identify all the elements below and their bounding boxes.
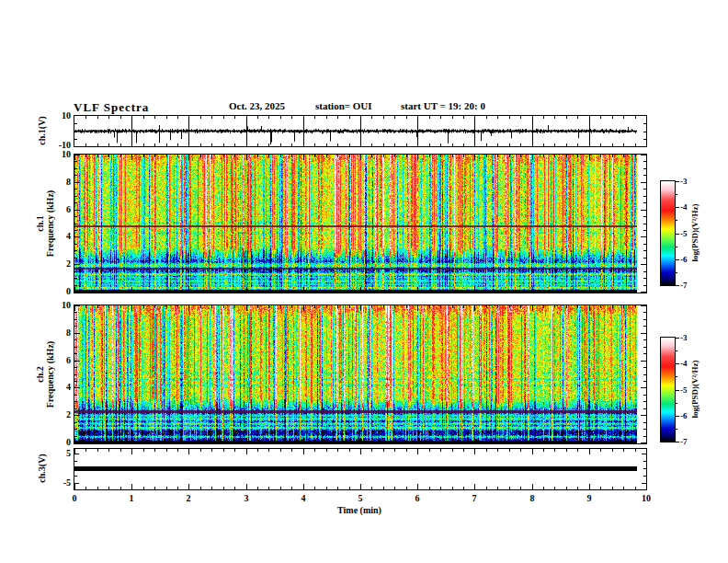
ch2-frequency-axis-label: ch.2 Frequency (kHz) <box>35 305 55 443</box>
colorbar-ch2-gradient <box>661 338 675 442</box>
ch1-waveform-plot <box>74 116 637 146</box>
ch2-spectrogram-plot <box>74 305 637 443</box>
colorbar-ch1 <box>660 180 676 286</box>
ch2-spectrogram-panel <box>74 304 647 444</box>
tick-label: 0 <box>56 493 93 504</box>
tick-label: 4 <box>38 231 71 242</box>
tick-label: 3 <box>228 493 265 504</box>
tick-label: 10 <box>38 110 71 121</box>
tick-label: -7 <box>680 281 704 290</box>
tick-label: 10 <box>628 493 665 504</box>
tick-label: 8 <box>38 327 71 339</box>
tick-label: 6 <box>38 204 71 215</box>
station-label: station= OUI <box>315 100 372 111</box>
vlf-spectra-figure: VLF Spectra Oct. 23, 2025 station= OUI s… <box>0 0 728 563</box>
tick-label: 6 <box>399 493 436 504</box>
tick-label: 10 <box>38 149 71 160</box>
tick-label: -5 <box>680 385 704 395</box>
ch1-spectrogram-panel <box>74 154 647 293</box>
tick-label: -3 <box>680 177 704 186</box>
colorbar-ch1-gradient <box>661 181 675 285</box>
tick-label: 4 <box>285 493 322 504</box>
ch1-spectrogram-plot <box>74 155 637 293</box>
start-ut-label: start UT = 19: 20: 0 <box>401 100 485 111</box>
tick-label: 5 <box>38 448 71 459</box>
tick-label: -7 <box>680 437 704 446</box>
tick-label: 8 <box>38 177 71 188</box>
tick-label: 2 <box>38 259 71 270</box>
tick-label: 2 <box>38 409 71 420</box>
tick-label: -4 <box>680 202 704 212</box>
tick-label: 6 <box>38 355 71 366</box>
tick-label: 10 <box>38 300 71 311</box>
ch1-waveform-panel <box>74 115 647 147</box>
tick-label: -6 <box>680 411 704 420</box>
date-label: Oct. 23, 2025 <box>229 100 285 111</box>
tick-label: 7 <box>456 493 493 504</box>
figure-title: VLF Spectra <box>74 100 149 115</box>
tick-label: 8 <box>514 493 551 504</box>
tick-label: 4 <box>38 382 71 393</box>
tick-label: 5 <box>342 493 379 504</box>
ch3-zero-line <box>74 466 637 471</box>
tick-label: 1 <box>113 493 150 504</box>
time-axis-label: Time (min) <box>313 505 405 515</box>
tick-label: -5 <box>38 477 71 488</box>
tick-label: -6 <box>680 255 704 264</box>
tick-label: 9 <box>571 493 608 504</box>
tick-label: -5 <box>680 229 704 238</box>
colorbar-ch2 <box>660 337 676 442</box>
ch1-frequency-axis-label: ch.1 Frequency (kHz) <box>35 155 55 293</box>
tick-label: 0 <box>38 286 71 297</box>
tick-label: -4 <box>680 359 704 368</box>
tick-label: 2 <box>170 493 207 504</box>
tick-label: 0 <box>38 437 71 448</box>
ch3-voltage-panel <box>74 448 647 490</box>
tick-label: -3 <box>680 333 704 342</box>
